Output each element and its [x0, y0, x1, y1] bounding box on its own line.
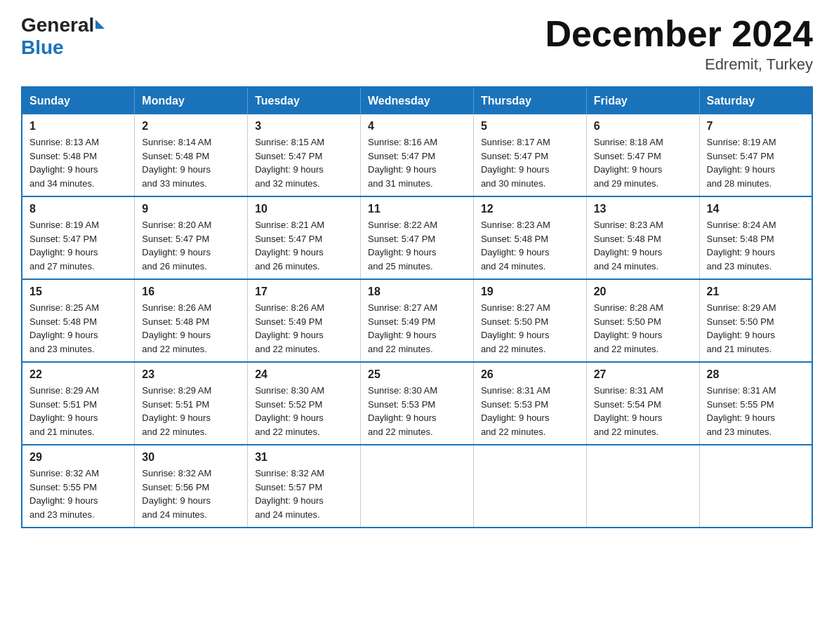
day-detail: Sunrise: 8:15 AMSunset: 5:47 PMDaylight:…	[255, 135, 353, 190]
calendar-day-cell: 27Sunrise: 8:31 AMSunset: 5:54 PMDayligh…	[586, 362, 699, 445]
calendar-day-cell: 20Sunrise: 8:28 AMSunset: 5:50 PMDayligh…	[586, 279, 699, 362]
calendar-day-cell: 5Sunrise: 8:17 AMSunset: 5:47 PMDaylight…	[473, 114, 586, 196]
calendar-day-cell	[473, 445, 586, 528]
day-number: 28	[707, 368, 805, 381]
day-number: 30	[142, 451, 240, 464]
calendar-week-row: 8Sunrise: 8:19 AMSunset: 5:47 PMDaylight…	[22, 196, 812, 279]
day-of-week-header: Sunday	[22, 87, 135, 114]
day-number: 25	[368, 368, 466, 381]
day-detail: Sunrise: 8:31 AMSunset: 5:53 PMDaylight:…	[481, 384, 579, 438]
calendar-day-cell: 6Sunrise: 8:18 AMSunset: 5:47 PMDaylight…	[586, 114, 699, 196]
calendar-day-cell: 10Sunrise: 8:21 AMSunset: 5:47 PMDayligh…	[248, 196, 361, 279]
day-detail: Sunrise: 8:26 AMSunset: 5:49 PMDaylight:…	[255, 301, 353, 356]
day-number: 19	[481, 286, 579, 298]
calendar-day-cell	[586, 445, 699, 528]
calendar-body: 1Sunrise: 8:13 AMSunset: 5:48 PMDaylight…	[22, 114, 812, 528]
calendar-day-cell: 15Sunrise: 8:25 AMSunset: 5:48 PMDayligh…	[22, 279, 135, 362]
day-number: 6	[594, 120, 692, 133]
day-detail: Sunrise: 8:28 AMSunset: 5:50 PMDaylight:…	[594, 301, 692, 356]
day-number: 14	[707, 203, 805, 215]
day-number: 21	[707, 286, 805, 298]
day-number: 11	[368, 203, 466, 215]
calendar-day-cell: 8Sunrise: 8:19 AMSunset: 5:47 PMDaylight…	[22, 196, 135, 279]
day-number: 15	[29, 286, 127, 298]
day-detail: Sunrise: 8:18 AMSunset: 5:47 PMDaylight:…	[594, 135, 692, 190]
calendar-day-cell: 28Sunrise: 8:31 AMSunset: 5:55 PMDayligh…	[699, 362, 812, 445]
day-number: 22	[29, 368, 127, 381]
calendar-day-cell: 30Sunrise: 8:32 AMSunset: 5:56 PMDayligh…	[135, 445, 248, 528]
day-number: 23	[142, 368, 240, 381]
day-number: 26	[481, 368, 579, 381]
day-number: 12	[481, 203, 579, 215]
day-number: 3	[255, 120, 353, 133]
day-number: 8	[29, 203, 127, 215]
day-number: 27	[594, 368, 692, 381]
day-detail: Sunrise: 8:31 AMSunset: 5:55 PMDaylight:…	[707, 384, 805, 438]
day-detail: Sunrise: 8:13 AMSunset: 5:48 PMDaylight:…	[29, 135, 127, 190]
day-detail: Sunrise: 8:19 AMSunset: 5:47 PMDaylight:…	[707, 135, 805, 190]
day-number: 20	[594, 286, 692, 298]
logo-blue-text: Blue	[21, 36, 64, 59]
day-detail: Sunrise: 8:27 AMSunset: 5:49 PMDaylight:…	[368, 301, 466, 356]
day-number: 24	[255, 368, 353, 381]
day-of-week-header: Thursday	[473, 87, 586, 114]
day-detail: Sunrise: 8:24 AMSunset: 5:48 PMDaylight:…	[707, 218, 805, 273]
calendar-day-cell: 25Sunrise: 8:30 AMSunset: 5:53 PMDayligh…	[361, 362, 474, 445]
day-number: 4	[368, 120, 466, 133]
day-number: 7	[707, 120, 805, 133]
day-number: 1	[29, 120, 127, 133]
calendar-day-cell	[361, 445, 474, 528]
day-of-week-header: Saturday	[699, 87, 812, 114]
calendar-week-row: 15Sunrise: 8:25 AMSunset: 5:48 PMDayligh…	[22, 279, 812, 362]
logo-general-text: General	[21, 14, 94, 36]
day-detail: Sunrise: 8:14 AMSunset: 5:48 PMDaylight:…	[142, 135, 240, 190]
day-detail: Sunrise: 8:30 AMSunset: 5:53 PMDaylight:…	[368, 384, 466, 438]
month-year-title: December 2024	[545, 14, 813, 54]
day-detail: Sunrise: 8:23 AMSunset: 5:48 PMDaylight:…	[481, 218, 579, 273]
day-number: 16	[142, 286, 240, 298]
day-of-week-header: Tuesday	[248, 87, 361, 114]
calendar-week-row: 1Sunrise: 8:13 AMSunset: 5:48 PMDaylight…	[22, 114, 812, 196]
calendar-day-cell: 13Sunrise: 8:23 AMSunset: 5:48 PMDayligh…	[586, 196, 699, 279]
day-number: 18	[368, 286, 466, 298]
calendar-day-cell: 16Sunrise: 8:26 AMSunset: 5:48 PMDayligh…	[135, 279, 248, 362]
calendar-day-cell: 19Sunrise: 8:27 AMSunset: 5:50 PMDayligh…	[473, 279, 586, 362]
calendar-day-cell: 3Sunrise: 8:15 AMSunset: 5:47 PMDaylight…	[248, 114, 361, 196]
calendar-day-cell: 12Sunrise: 8:23 AMSunset: 5:48 PMDayligh…	[473, 196, 586, 279]
calendar-day-cell: 26Sunrise: 8:31 AMSunset: 5:53 PMDayligh…	[473, 362, 586, 445]
day-detail: Sunrise: 8:29 AMSunset: 5:51 PMDaylight:…	[142, 384, 240, 438]
day-detail: Sunrise: 8:21 AMSunset: 5:47 PMDaylight:…	[255, 218, 353, 273]
calendar-day-cell: 22Sunrise: 8:29 AMSunset: 5:51 PMDayligh…	[22, 362, 135, 445]
logo-triangle-icon	[95, 20, 105, 29]
calendar-day-cell: 29Sunrise: 8:32 AMSunset: 5:55 PMDayligh…	[22, 445, 135, 528]
day-number: 17	[255, 286, 353, 298]
day-number: 9	[142, 203, 240, 215]
calendar-day-cell: 4Sunrise: 8:16 AMSunset: 5:47 PMDaylight…	[361, 114, 474, 196]
day-detail: Sunrise: 8:25 AMSunset: 5:48 PMDaylight:…	[29, 301, 127, 356]
day-of-week-header: Wednesday	[361, 87, 474, 114]
logo-area: General Blue	[21, 14, 105, 59]
calendar-day-cell: 31Sunrise: 8:32 AMSunset: 5:57 PMDayligh…	[248, 445, 361, 528]
day-detail: Sunrise: 8:31 AMSunset: 5:54 PMDaylight:…	[594, 384, 692, 438]
calendar-day-cell	[699, 445, 812, 528]
day-of-week-header: Monday	[135, 87, 248, 114]
calendar-day-cell: 23Sunrise: 8:29 AMSunset: 5:51 PMDayligh…	[135, 362, 248, 445]
location-subtitle: Edremit, Turkey	[545, 55, 813, 74]
days-of-week-row: SundayMondayTuesdayWednesdayThursdayFrid…	[22, 87, 812, 114]
day-detail: Sunrise: 8:16 AMSunset: 5:47 PMDaylight:…	[368, 135, 466, 190]
day-detail: Sunrise: 8:29 AMSunset: 5:50 PMDaylight:…	[707, 301, 805, 356]
day-detail: Sunrise: 8:32 AMSunset: 5:57 PMDaylight:…	[255, 467, 353, 521]
day-detail: Sunrise: 8:20 AMSunset: 5:47 PMDaylight:…	[142, 218, 240, 273]
day-detail: Sunrise: 8:32 AMSunset: 5:56 PMDaylight:…	[142, 467, 240, 521]
calendar-week-row: 29Sunrise: 8:32 AMSunset: 5:55 PMDayligh…	[22, 445, 812, 528]
day-detail: Sunrise: 8:29 AMSunset: 5:51 PMDaylight:…	[29, 384, 127, 438]
day-number: 2	[142, 120, 240, 133]
calendar-day-cell: 1Sunrise: 8:13 AMSunset: 5:48 PMDaylight…	[22, 114, 135, 196]
calendar-day-cell: 9Sunrise: 8:20 AMSunset: 5:47 PMDaylight…	[135, 196, 248, 279]
day-number: 13	[594, 203, 692, 215]
day-of-week-header: Friday	[586, 87, 699, 114]
calendar-week-row: 22Sunrise: 8:29 AMSunset: 5:51 PMDayligh…	[22, 362, 812, 445]
calendar-day-cell: 24Sunrise: 8:30 AMSunset: 5:52 PMDayligh…	[248, 362, 361, 445]
calendar-day-cell: 11Sunrise: 8:22 AMSunset: 5:47 PMDayligh…	[361, 196, 474, 279]
calendar-day-cell: 2Sunrise: 8:14 AMSunset: 5:48 PMDaylight…	[135, 114, 248, 196]
